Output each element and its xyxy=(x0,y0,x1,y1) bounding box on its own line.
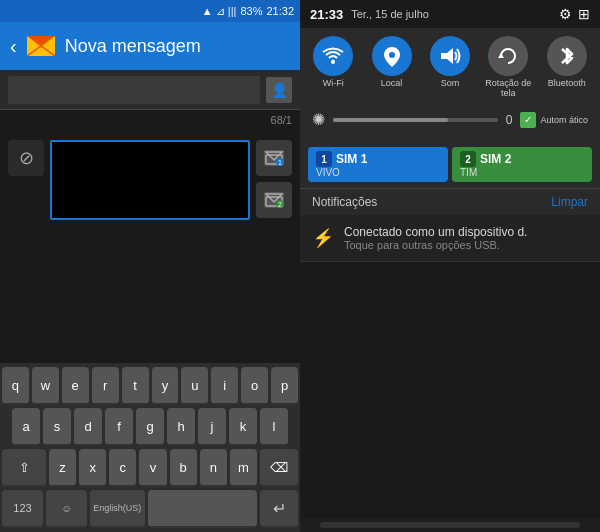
backspace-key[interactable]: ⌫ xyxy=(260,449,298,487)
svg-marker-16 xyxy=(441,48,453,64)
qs-wifi[interactable]: Wi-Fi xyxy=(307,36,359,98)
right-time: 21:33 xyxy=(310,7,343,22)
key-d[interactable]: d xyxy=(74,408,102,446)
key-n[interactable]: n xyxy=(200,449,227,487)
qs-bluetooth[interactable]: Bluetooth xyxy=(541,36,593,98)
location-icon xyxy=(372,36,412,76)
clear-notifications-button[interactable]: Limpar xyxy=(551,195,588,209)
contact-picker-button[interactable]: 👤 xyxy=(266,77,292,103)
key-j[interactable]: j xyxy=(198,408,226,446)
paperclip-icon: ⊘ xyxy=(19,147,34,169)
svg-point-14 xyxy=(331,60,335,64)
qs-rotation[interactable]: Rotação de tela xyxy=(482,36,534,98)
auto-label: Autom ático xyxy=(540,115,588,125)
right-status-icons: ⚙ ⊞ xyxy=(559,6,590,22)
svg-point-15 xyxy=(389,52,395,58)
key-z[interactable]: z xyxy=(49,449,76,487)
to-input[interactable] xyxy=(8,76,260,104)
keyboard-row-1: q w e r t y u i o p xyxy=(2,367,298,405)
key-b[interactable]: b xyxy=(170,449,197,487)
svg-text:2: 2 xyxy=(278,201,282,208)
notifications-header: Notificações Limpar xyxy=(300,188,600,215)
key-k[interactable]: k xyxy=(229,408,257,446)
key-s[interactable]: s xyxy=(43,408,71,446)
key-h[interactable]: h xyxy=(167,408,195,446)
usb-icon: ⚡ xyxy=(312,227,334,249)
sound-icon xyxy=(430,36,470,76)
key-t[interactable]: t xyxy=(122,367,149,405)
bluetooth-label: Bluetooth xyxy=(548,78,586,88)
key-r[interactable]: r xyxy=(92,367,119,405)
auto-brightness-toggle[interactable]: ✓ Autom ático xyxy=(520,112,588,128)
sim-1-carrier: VIVO xyxy=(316,167,440,178)
left-battery: 83% xyxy=(240,5,262,17)
compose-buttons: 1 2 xyxy=(256,140,292,218)
notification-main-text: Conectado como um dispositivo d. xyxy=(344,225,588,239)
right-date: Ter., 15 de julho xyxy=(351,8,429,20)
qs-sound[interactable]: Som xyxy=(424,36,476,98)
sim-1-card[interactable]: 1 SIM 1 VIVO xyxy=(308,147,448,182)
left-panel: ▲ ⊿ ||| 83% 21:32 ‹ Nova mensagem 👤 68/1… xyxy=(0,0,300,532)
key-i[interactable]: i xyxy=(211,367,238,405)
svg-text:1: 1 xyxy=(278,159,282,166)
message-area: 68/1 ⊘ 1 xyxy=(0,110,300,363)
location-label: Local xyxy=(381,78,403,88)
brightness-icon: ✺ xyxy=(312,110,325,129)
message-text-input[interactable] xyxy=(50,140,250,220)
notification-sub-text: Toque para outras opções USB. xyxy=(344,239,588,251)
wifi-label: Wi-Fi xyxy=(323,78,344,88)
sym-key[interactable]: 123 xyxy=(2,490,43,528)
char-count: 68/1 xyxy=(271,114,292,126)
wifi-icon xyxy=(313,36,353,76)
key-w[interactable]: w xyxy=(32,367,59,405)
sim-row: 1 SIM 1 VIVO 2 SIM 2 TIM xyxy=(300,141,600,188)
enter-key[interactable]: ↵ xyxy=(260,490,298,528)
brightness-row: ✺ 0 ✓ Autom ático xyxy=(304,106,596,133)
attach-button[interactable]: ⊘ xyxy=(8,140,44,176)
language-key[interactable]: English(US) xyxy=(90,490,145,528)
grid-icon[interactable]: ⊞ xyxy=(578,6,590,22)
sim-2-number: 2 xyxy=(460,151,476,167)
key-l[interactable]: l xyxy=(260,408,288,446)
qs-location[interactable]: Local xyxy=(366,36,418,98)
key-u[interactable]: u xyxy=(181,367,208,405)
shift-key[interactable]: ⇧ xyxy=(2,449,46,487)
qs-icons-row: Wi-Fi Local xyxy=(304,36,596,98)
sound-label: Som xyxy=(441,78,460,88)
svg-marker-17 xyxy=(498,53,504,58)
back-button[interactable]: ‹ xyxy=(10,35,17,58)
notification-item[interactable]: ⚡ Conectado como um dispositivo d. Toque… xyxy=(300,215,600,262)
key-c[interactable]: c xyxy=(109,449,136,487)
right-status-bar: 21:33 Ter., 15 de julho ⚙ ⊞ xyxy=(300,0,600,28)
gear-icon[interactable]: ⚙ xyxy=(559,6,572,22)
rotation-label: Rotação de tela xyxy=(482,78,534,98)
send-button-1[interactable]: 1 xyxy=(256,140,292,176)
key-p[interactable]: p xyxy=(271,367,298,405)
key-v[interactable]: v xyxy=(139,449,166,487)
rotation-icon xyxy=(488,36,528,76)
left-time: 21:32 xyxy=(266,5,294,17)
key-g[interactable]: g xyxy=(136,408,164,446)
key-x[interactable]: x xyxy=(79,449,106,487)
brightness-slider[interactable] xyxy=(333,118,498,122)
key-o[interactable]: o xyxy=(241,367,268,405)
key-f[interactable]: f xyxy=(105,408,133,446)
quick-settings: Wi-Fi Local xyxy=(300,28,600,141)
right-panel: 21:33 Ter., 15 de julho ⚙ ⊞ Wi-Fi xyxy=(300,0,600,532)
emoji-key[interactable]: ☺ xyxy=(46,490,87,528)
key-m[interactable]: m xyxy=(230,449,257,487)
keyboard-bottom-row: 123 ☺ English(US) ↵ xyxy=(2,490,298,528)
key-q[interactable]: q xyxy=(2,367,29,405)
sim-2-name: 2 SIM 2 xyxy=(460,151,584,167)
send-button-2[interactable]: 2 xyxy=(256,182,292,218)
sim-1-number: 1 xyxy=(316,151,332,167)
key-a[interactable]: a xyxy=(12,408,40,446)
sim-2-card[interactable]: 2 SIM 2 TIM xyxy=(452,147,592,182)
sim-2-carrier: TIM xyxy=(460,167,584,178)
key-y[interactable]: y xyxy=(152,367,179,405)
notifications-title: Notificações xyxy=(312,195,377,209)
notification-content: Conectado como um dispositivo d. Toque p… xyxy=(344,225,588,251)
key-e[interactable]: e xyxy=(62,367,89,405)
to-field: 👤 xyxy=(0,70,300,110)
space-key[interactable] xyxy=(148,490,257,528)
